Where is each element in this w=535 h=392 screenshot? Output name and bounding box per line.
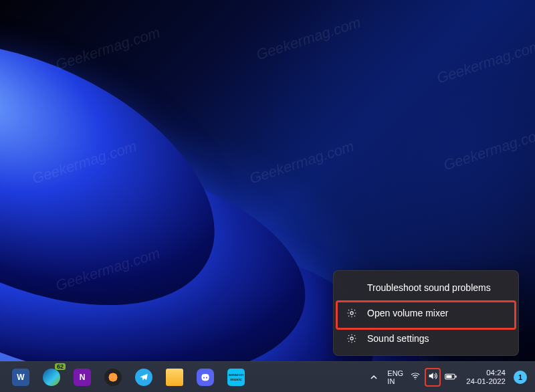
menu-item-label: Sound settings	[367, 333, 429, 344]
watermark: Geekermag.com	[435, 37, 535, 88]
menu-item-open-volume-mixer[interactable]: Open volume mixer	[338, 300, 514, 326]
sound-context-menu: Troubleshoot sound problems Open volume …	[333, 270, 519, 356]
language-line2: IN	[387, 377, 403, 385]
word-icon	[12, 369, 29, 386]
wifi-icon	[410, 371, 421, 384]
menu-item-sound-settings[interactable]: Sound settings	[338, 326, 514, 351]
notification-badge[interactable]: 1	[514, 371, 527, 384]
menu-item-label: Open volume mixer	[367, 308, 448, 318]
menu-item-label: Troubleshoot sound problems	[367, 282, 491, 293]
watermark: Geekermag.com	[254, 14, 363, 64]
system-tray: ENG IN 04:24 24-01-2022 1	[366, 367, 535, 388]
language-line1: ENG	[387, 369, 403, 377]
onenote-icon	[74, 369, 91, 386]
clock-time: 04:24	[466, 369, 506, 377]
svg-point-4	[415, 379, 416, 379]
gear-icon	[346, 308, 358, 318]
svg-point-1	[350, 337, 353, 340]
taskbar-app-amazon-music[interactable]: amazonmusic	[223, 365, 249, 390]
discord-icon	[197, 369, 214, 386]
app-badge: 62	[55, 363, 66, 370]
taskbar-pinned-apps: 62 amazonmusic	[0, 365, 249, 390]
resolve-icon	[104, 369, 122, 386]
watermark: Geekermag.com	[247, 138, 356, 188]
taskbar-app-onenote[interactable]	[70, 365, 95, 390]
amazon-music-icon: amazonmusic	[227, 369, 245, 386]
taskbar-app-word[interactable]	[8, 365, 33, 390]
svg-point-2	[203, 377, 205, 378]
svg-point-0	[350, 312, 353, 314]
taskbar-app-edge[interactable]: 62	[39, 365, 64, 390]
taskbar-app-discord[interactable]	[193, 365, 218, 390]
telegram-icon	[135, 369, 152, 386]
folder-icon	[166, 369, 183, 386]
taskbar-app-telegram[interactable]	[131, 365, 156, 390]
svg-rect-6	[455, 375, 457, 377]
edge-icon	[43, 369, 60, 386]
notification-count: 1	[518, 373, 522, 381]
clock-date: 24-01-2022	[466, 377, 506, 386]
clock-button[interactable]: 04:24 24-01-2022	[461, 367, 511, 387]
chevron-up-icon	[370, 373, 378, 381]
quick-settings-button[interactable]	[409, 367, 458, 388]
watermark: Geekermag.com	[54, 24, 163, 74]
tray-overflow-button[interactable]	[366, 371, 382, 384]
menu-item-troubleshoot[interactable]: Troubleshoot sound problems	[338, 275, 514, 300]
language-indicator[interactable]: ENG IN	[385, 367, 406, 388]
gear-icon	[346, 333, 358, 344]
battery-icon	[445, 371, 457, 383]
svg-rect-7	[446, 375, 451, 378]
speaker-icon	[426, 369, 439, 385]
taskbar: 62 amazonmusic ENG IN	[0, 361, 535, 392]
watermark: Geekermag.com	[441, 124, 535, 175]
taskbar-app-file-explorer[interactable]	[162, 365, 187, 390]
svg-point-3	[206, 377, 207, 378]
taskbar-app-resolve[interactable]	[100, 365, 126, 390]
